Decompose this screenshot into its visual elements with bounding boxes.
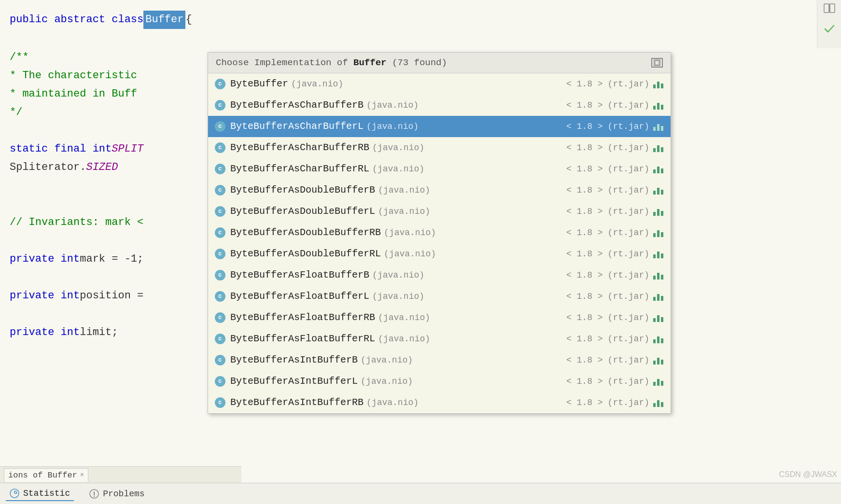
autocomplete-item[interactable]: cByteBufferAsIntBufferRB (java.nio)< 1.8… — [208, 392, 671, 413]
autocomplete-item[interactable]: cByteBufferAsFloatBufferB (java.nio)< 1.… — [208, 265, 671, 286]
usage-chart-icon — [653, 186, 664, 195]
autocomplete-item[interactable]: cByteBufferAsDoubleBufferRB (java.nio)< … — [208, 222, 671, 243]
autocomplete-item[interactable]: cByteBufferAsDoubleBufferB (java.nio)< 1… — [208, 180, 671, 201]
item-class-name: ByteBufferAsFloatBufferRL — [230, 331, 375, 347]
keyword-public: public abstract class — [10, 12, 143, 28]
item-package: (java.nio) — [378, 204, 430, 219]
autocomplete-class-name: Buffer — [353, 57, 386, 68]
autocomplete-count: (73 found) — [392, 57, 447, 68]
autocomplete-item[interactable]: cByteBufferAsIntBufferB (java.nio)< 1.8 … — [208, 350, 671, 371]
autocomplete-item[interactable]: cByteBuffer (java.nio)< 1.8 >(rt.jar) — [208, 73, 671, 95]
item-class-name: ByteBufferAsCharBufferB — [230, 98, 364, 113]
svg-rect-3 — [830, 4, 835, 13]
autocomplete-item[interactable]: cByteBufferAsCharBufferB (java.nio)< 1.8… — [208, 95, 671, 116]
open-tab[interactable]: ions of Buffer × — [4, 468, 88, 482]
class-name-buffer: Buffer — [143, 11, 185, 29]
problems-tab[interactable]: Problems — [85, 487, 148, 501]
class-icon: c — [215, 79, 225, 89]
class-icon: c — [215, 312, 225, 323]
svg-rect-2 — [824, 4, 829, 13]
item-version: < 1.8 > — [566, 225, 603, 240]
item-class-name: ByteBuffer — [230, 76, 288, 92]
autocomplete-item[interactable]: cByteBufferAsIntBufferL (java.nio)< 1.8 … — [208, 371, 671, 392]
class-icon: c — [215, 355, 225, 365]
autocomplete-item[interactable]: cByteBufferAsFloatBufferRL (java.nio)< 1… — [208, 328, 671, 350]
item-class-name: ByteBufferAsFloatBufferB — [230, 267, 369, 283]
item-jar: (rt.jar) — [608, 352, 649, 368]
problems-label: Problems — [103, 489, 144, 499]
statistic-label: Statistic — [23, 489, 70, 498]
usage-chart-icon — [653, 398, 664, 407]
svg-rect-1 — [655, 61, 659, 65]
class-icon: c — [215, 100, 225, 111]
autocomplete-item[interactable]: cByteBufferAsFloatBufferRB (java.nio)< 1… — [208, 307, 671, 328]
item-version: < 1.8 > — [566, 182, 603, 198]
item-package: (java.nio) — [366, 119, 419, 134]
statistic-icon — [10, 489, 19, 498]
item-package: (java.nio) — [384, 246, 436, 262]
svg-point-10 — [94, 495, 95, 496]
item-class-name: ByteBufferAsIntBufferL — [230, 374, 358, 389]
item-jar: (rt.jar) — [608, 225, 649, 240]
usage-chart-icon — [653, 101, 664, 110]
class-icon: c — [215, 206, 225, 217]
item-class-name: ByteBufferAsDoubleBufferB — [230, 182, 375, 198]
autocomplete-list: cByteBuffer (java.nio)< 1.8 >(rt.jar)cBy… — [208, 73, 671, 413]
expand-icon[interactable] — [651, 58, 663, 68]
class-icon: c — [215, 249, 225, 259]
item-jar: (rt.jar) — [608, 161, 649, 177]
class-icon: c — [215, 334, 225, 344]
item-class-name: ByteBufferAsDoubleBufferL — [230, 204, 375, 219]
item-class-name: ByteBufferAsDoubleBufferRB — [230, 225, 381, 240]
item-package: (java.nio) — [378, 331, 430, 347]
item-version: < 1.8 > — [566, 246, 603, 262]
tab-close-button[interactable]: × — [80, 471, 84, 479]
item-version: < 1.8 > — [566, 119, 603, 134]
item-package: (java.nio) — [378, 182, 430, 198]
item-class-name: ByteBufferAsFloatBufferRB — [230, 310, 375, 325]
item-package: (java.nio) — [291, 76, 343, 92]
usage-chart-icon — [653, 377, 664, 386]
autocomplete-panel: Choose Implementation of Buffer (73 foun… — [208, 52, 671, 414]
usage-chart-icon — [653, 143, 664, 152]
usage-chart-icon — [653, 80, 664, 88]
class-icon: c — [215, 142, 225, 153]
problems-icon — [89, 489, 99, 499]
check-icon[interactable] — [823, 23, 836, 38]
autocomplete-item[interactable]: cByteBufferAsCharBufferRB (java.nio)< 1.… — [208, 137, 671, 158]
item-package: (java.nio) — [378, 310, 430, 325]
item-version: < 1.8 > — [566, 98, 603, 113]
class-icon: c — [215, 291, 225, 302]
autocomplete-item[interactable]: cByteBufferAsDoubleBufferRL (java.nio)< … — [208, 243, 671, 265]
item-class-name: ByteBufferAsCharBufferL — [230, 119, 364, 134]
usage-chart-icon — [653, 313, 664, 322]
item-package: (java.nio) — [372, 140, 424, 155]
item-version: < 1.8 > — [566, 161, 603, 177]
tab-row: ions of Buffer × — [0, 466, 241, 483]
statistic-tab[interactable]: Statistic — [6, 487, 74, 501]
item-package: (java.nio) — [361, 352, 413, 368]
autocomplete-item[interactable]: cByteBufferAsFloatBufferL (java.nio)< 1.… — [208, 286, 671, 307]
item-jar: (rt.jar) — [608, 289, 649, 304]
autocomplete-item[interactable]: cByteBufferAsCharBufferRL (java.nio)< 1.… — [208, 158, 671, 180]
item-version: < 1.8 > — [566, 395, 603, 410]
usage-chart-icon — [653, 207, 664, 216]
book-icon[interactable] — [823, 3, 836, 18]
right-sidebar — [817, 0, 841, 48]
item-jar: (rt.jar) — [608, 182, 649, 198]
item-jar: (rt.jar) — [608, 204, 649, 219]
bottom-bar: Statistic Problems — [0, 483, 841, 504]
item-package: (java.nio) — [372, 267, 424, 283]
item-version: < 1.8 > — [566, 352, 603, 368]
class-icon: c — [215, 397, 225, 408]
item-version: < 1.8 > — [566, 140, 603, 155]
autocomplete-item[interactable]: cByteBufferAsDoubleBufferL (java.nio)< 1… — [208, 201, 671, 222]
item-package: (java.nio) — [384, 225, 436, 240]
autocomplete-item[interactable]: cByteBufferAsCharBufferL (java.nio)< 1.8… — [208, 116, 671, 137]
usage-chart-icon — [653, 122, 664, 131]
code-line-1: public abstract class Buffer { — [0, 10, 841, 30]
usage-chart-icon — [653, 271, 664, 280]
item-version: < 1.8 > — [566, 204, 603, 219]
item-class-name: ByteBufferAsCharBufferRL — [230, 161, 369, 177]
item-package: (java.nio) — [372, 161, 424, 177]
